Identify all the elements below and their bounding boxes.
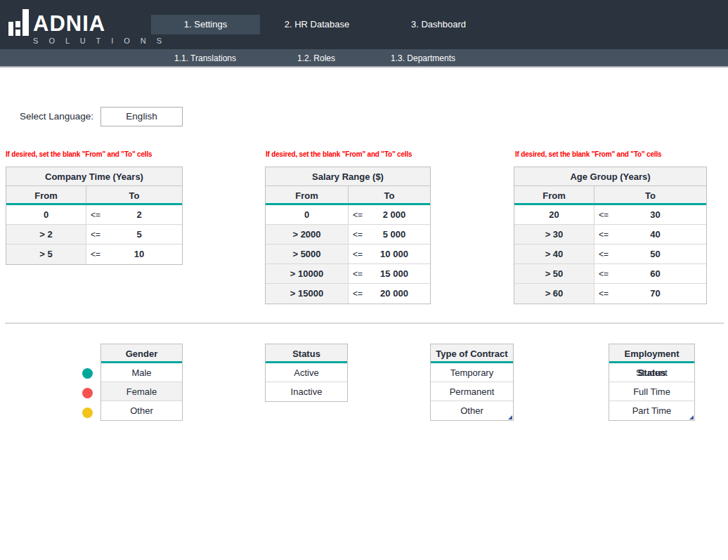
gender-title: Gender	[101, 344, 182, 363]
to-cell[interactable]: <= 30	[594, 205, 706, 224]
subtab-departments[interactable]: 1.3. Departments	[391, 49, 455, 67]
employment-cell-student[interactable]: Student	[609, 363, 694, 382]
subtab-roles[interactable]: 1.2. Roles	[297, 49, 335, 67]
table-row: 0 <= 2	[6, 205, 182, 225]
contract-cell-temporary[interactable]: Temporary	[431, 363, 513, 382]
to-value: 50	[611, 245, 706, 263]
operator-label: <=	[86, 205, 103, 224]
gender-table: Gender Male Female Other	[100, 344, 183, 421]
to-cell[interactable]: <= 60	[594, 264, 706, 283]
gender-cell-male[interactable]: Male	[101, 363, 182, 382]
from-cell[interactable]: > 2	[6, 225, 86, 244]
gender-cell-other[interactable]: Other	[101, 401, 182, 420]
subtab-translations[interactable]: 1.1. Translations	[174, 49, 236, 67]
select-language-label: Select Language:	[0, 107, 93, 126]
table-row: > 15000 <= 20 000	[266, 284, 430, 304]
from-cell[interactable]: > 15000	[266, 284, 349, 304]
contract-cell-other[interactable]: Other	[431, 401, 513, 420]
status-title: Status	[266, 344, 347, 363]
to-cell[interactable]: <= 5	[86, 225, 182, 244]
hint-age-group: If desired, set the blank "From" and "To…	[515, 150, 661, 158]
tab-dashboard[interactable]: 3. Dashboard	[382, 15, 495, 34]
operator-label: <=	[349, 264, 365, 283]
operator-label: <=	[86, 245, 103, 264]
status-table: Status Active Inactive	[265, 344, 348, 402]
to-cell[interactable]: <= 50	[594, 245, 706, 263]
to-cell[interactable]: <= 2	[86, 205, 182, 224]
operator-label: <=	[349, 284, 365, 304]
to-cell[interactable]: <= 15 000	[349, 264, 430, 283]
company-time-table: Company Time (Years) From To 0 <= 2 > 2 …	[6, 167, 183, 265]
operator-label: <=	[594, 245, 611, 263]
age-group-table: Age Group (Years) From To 20 <= 30 > 30 …	[514, 167, 707, 304]
to-cell[interactable]: <= 5 000	[349, 225, 430, 244]
gender-female-dot	[82, 388, 93, 398]
from-cell[interactable]: > 5000	[266, 245, 349, 263]
salary-range-table: Salary Range ($) From To 0 <= 2 000 > 20…	[265, 167, 431, 304]
table-row: 20 <= 30	[514, 205, 706, 225]
to-cell[interactable]: <= 20 000	[349, 284, 430, 304]
company-time-title: Company Time (Years)	[6, 167, 182, 186]
from-cell[interactable]: > 30	[514, 225, 594, 244]
tab-hr-database[interactable]: 2. HR Database	[260, 15, 374, 34]
contract-cell-permanent[interactable]: Permanent	[431, 382, 513, 401]
to-cell[interactable]: <= 70	[594, 284, 706, 304]
from-header: From	[514, 186, 594, 203]
hint-salary-range: If desired, set the blank "From" and "To…	[266, 150, 412, 158]
to-cell[interactable]: <= 10 000	[349, 245, 430, 263]
to-value: 30	[611, 205, 706, 224]
tab-settings[interactable]: 1. Settings	[151, 15, 260, 34]
to-value: 40	[611, 225, 706, 244]
to-cell[interactable]: <= 10	[86, 245, 182, 264]
from-cell[interactable]: 20	[514, 205, 594, 224]
operator-label: <=	[349, 245, 365, 263]
language-select[interactable]: English	[100, 107, 183, 126]
gender-other-dot	[82, 408, 93, 418]
operator-label: <=	[594, 264, 611, 283]
brand-name: ADNIA	[33, 12, 105, 36]
to-cell[interactable]: <= 40	[594, 225, 706, 244]
sub-navigation: 1.1. Translations 1.2. Roles 1.3. Depart…	[0, 49, 728, 67]
employment-cell-full-time[interactable]: Full Time	[609, 382, 694, 401]
to-value: 10	[103, 245, 182, 264]
table-row: > 40 <= 50	[514, 245, 706, 264]
type-of-contract-title: Type of Contract	[431, 344, 513, 363]
from-cell[interactable]: 0	[6, 205, 86, 224]
operator-label: <=	[594, 284, 611, 304]
to-cell[interactable]: <= 2 000	[349, 205, 430, 224]
table-row: 0 <= 2 000	[266, 205, 430, 225]
hint-company-time: If desired, set the blank "From" and "To…	[6, 150, 152, 158]
operator-label: <=	[349, 205, 365, 224]
table-row: > 5 <= 10	[6, 245, 182, 264]
status-cell-active[interactable]: Active	[266, 363, 347, 382]
from-cell[interactable]: > 60	[514, 284, 594, 304]
from-cell[interactable]: > 2000	[266, 225, 349, 244]
adnia-bars-icon	[8, 9, 29, 36]
table-row: > 10000 <= 15 000	[266, 264, 430, 284]
to-header: To	[86, 186, 182, 203]
from-cell[interactable]: > 10000	[266, 264, 349, 283]
company-time-header-row: From To	[6, 186, 182, 205]
gender-cell-female[interactable]: Female	[101, 382, 182, 401]
to-header: To	[349, 186, 430, 203]
app-header: ADNIA S O L U T I O N S 1. Settings 2. H…	[0, 0, 728, 49]
from-cell[interactable]: 0	[266, 205, 349, 224]
operator-label: <=	[594, 205, 611, 224]
to-value: 5	[103, 225, 182, 244]
from-cell[interactable]: > 40	[514, 245, 594, 263]
to-value: 10 000	[365, 245, 430, 263]
to-header: To	[594, 186, 706, 203]
employment-status-table: Employment Status Student Full Time Part…	[609, 344, 695, 421]
salary-range-header-row: From To	[266, 186, 430, 205]
gender-male-dot	[82, 368, 93, 379]
employment-cell-part-time[interactable]: Part Time	[609, 401, 694, 420]
to-value: 2	[103, 205, 182, 224]
table-row: > 2 <= 5	[6, 225, 182, 245]
employment-status-title: Employment Status	[609, 344, 694, 363]
status-cell-inactive[interactable]: Inactive	[266, 382, 347, 401]
table-row: > 2000 <= 5 000	[266, 225, 430, 245]
from-cell[interactable]: > 5	[6, 245, 86, 264]
from-header: From	[266, 186, 349, 203]
from-cell[interactable]: > 50	[514, 264, 594, 283]
age-group-header-row: From To	[514, 186, 706, 205]
